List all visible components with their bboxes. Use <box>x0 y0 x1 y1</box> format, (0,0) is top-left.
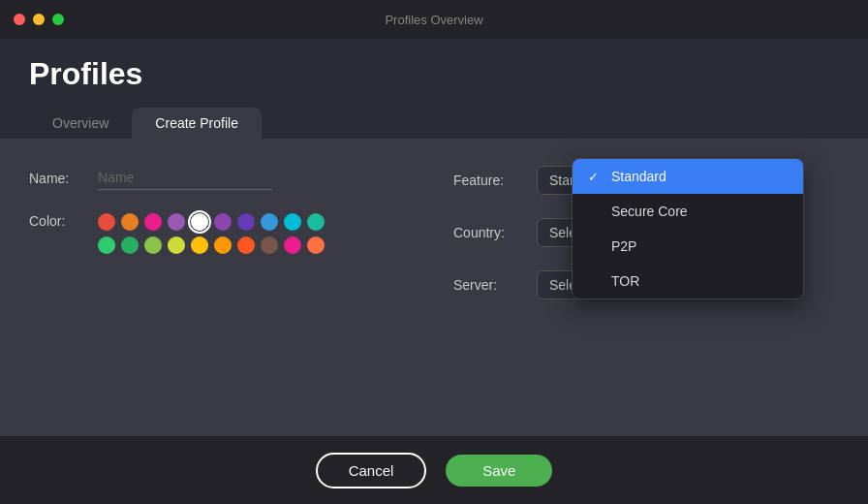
cancel-button[interactable]: Cancel <box>316 453 427 488</box>
minimize-button[interactable] <box>33 14 45 25</box>
country-label: Country: <box>453 225 521 240</box>
title-bar: Profiles Overview <box>0 0 868 39</box>
color-dot[interactable] <box>168 213 185 231</box>
app-title: Profiles <box>29 56 839 92</box>
color-dot[interactable] <box>261 213 278 231</box>
color-dot[interactable] <box>237 236 255 254</box>
color-picker <box>98 213 325 254</box>
color-field-row: Color: <box>29 213 415 254</box>
name-input[interactable] <box>98 166 272 190</box>
tab-overview[interactable]: Overview <box>29 108 132 139</box>
feature-label: Feature: <box>453 173 521 188</box>
color-dot[interactable] <box>98 213 115 231</box>
close-button[interactable] <box>14 14 25 25</box>
color-dot[interactable] <box>168 236 185 254</box>
color-dot[interactable] <box>98 236 115 254</box>
color-dot[interactable] <box>284 213 301 231</box>
dropdown-item-p2p[interactable]: P2P <box>573 229 803 264</box>
color-dot[interactable] <box>214 213 232 231</box>
color-dot[interactable] <box>261 236 278 254</box>
content-area: Name: Color: <box>0 139 868 436</box>
color-dot[interactable] <box>284 236 301 254</box>
color-dot[interactable] <box>121 236 139 254</box>
window-title: Profiles Overview <box>385 13 482 27</box>
color-dot[interactable] <box>144 236 162 254</box>
name-label: Name: <box>29 171 82 186</box>
tab-create-profile[interactable]: Create Profile <box>132 108 262 139</box>
feature-dropdown: ✓ Standard Secure Core P2P TOR <box>572 158 804 299</box>
color-dot-selected[interactable] <box>191 213 208 231</box>
color-dot[interactable] <box>307 236 325 254</box>
checkmark-icon: ✓ <box>588 170 604 184</box>
color-dot[interactable] <box>237 213 255 231</box>
color-dot[interactable] <box>144 213 162 231</box>
header: Profiles Overview Create Profile <box>0 39 868 139</box>
tabs: Overview Create Profile <box>29 108 839 139</box>
dropdown-item-standard[interactable]: ✓ Standard <box>573 159 803 194</box>
color-row-2 <box>98 236 325 254</box>
color-dot[interactable] <box>214 236 232 254</box>
form-left: Name: Color: <box>29 166 415 299</box>
server-label: Server: <box>453 277 521 293</box>
maximize-button[interactable] <box>52 14 64 25</box>
save-button[interactable]: Save <box>446 455 552 487</box>
color-dot[interactable] <box>121 213 139 231</box>
color-dot[interactable] <box>307 213 325 231</box>
traffic-lights <box>14 14 64 25</box>
name-field-row: Name: <box>29 166 415 190</box>
dropdown-item-secure-core[interactable]: Secure Core <box>573 194 803 229</box>
color-label: Color: <box>29 213 82 229</box>
color-row-1 <box>98 213 325 231</box>
main-content: Profiles Overview Create Profile Name: <box>0 39 868 504</box>
bottom-bar: Cancel Save <box>0 436 868 504</box>
dropdown-item-tor[interactable]: TOR <box>573 264 803 299</box>
color-dot[interactable] <box>191 236 208 254</box>
